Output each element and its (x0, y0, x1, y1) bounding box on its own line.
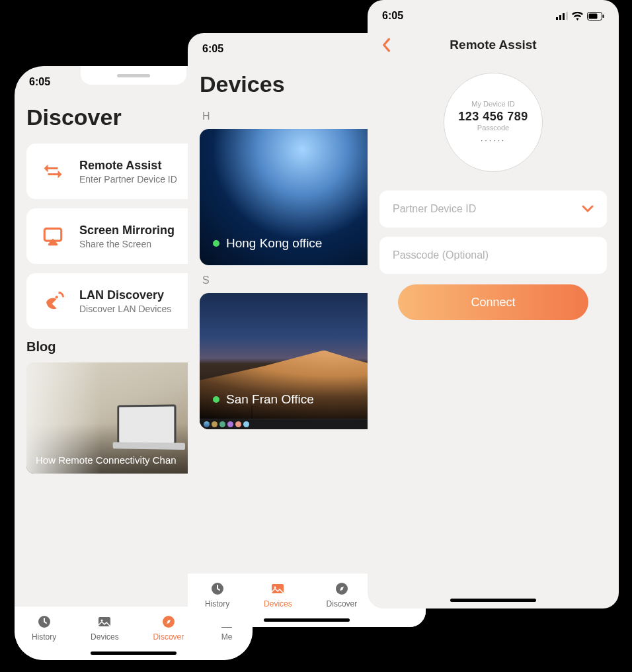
tab-label: Discover (327, 599, 358, 609)
online-status-dot (213, 240, 219, 247)
tab-label: Devices (264, 599, 292, 609)
svg-point-1 (56, 296, 58, 298)
tab-label: Me (221, 632, 233, 642)
my-id-label: My Device ID (471, 100, 514, 108)
back-chevron-icon[interactable] (381, 38, 391, 52)
nav-header: Remote Assist (368, 29, 619, 61)
card-subtitle: Discover LAN Devices (79, 304, 171, 314)
svg-rect-18 (589, 13, 598, 19)
tab-label: History (32, 632, 56, 642)
notch (81, 66, 186, 85)
online-status-dot (213, 396, 219, 403)
airplay-icon (38, 222, 67, 251)
passcode-label: Passcode (477, 124, 509, 132)
connect-button[interactable]: Connect (398, 284, 589, 320)
device-name: San Fran Office (226, 392, 314, 407)
tab-discover[interactable]: Discover (153, 613, 184, 642)
svg-rect-13 (556, 17, 558, 20)
tab-history[interactable]: History (32, 613, 56, 642)
satellite-dish-icon (38, 286, 67, 315)
passcode-placeholder: Passcode (Optional) (393, 249, 489, 261)
partner-id-placeholder: Partner Device ID (393, 203, 476, 215)
blog-laptop (117, 404, 176, 444)
tab-discover[interactable]: Discover (327, 580, 358, 609)
compass-icon (333, 580, 350, 597)
svg-rect-15 (563, 13, 565, 20)
image-icon (96, 613, 113, 630)
svg-rect-14 (559, 15, 561, 20)
passcode-input[interactable]: Passcode (Optional) (379, 237, 607, 274)
device-name: Hong Kong office (226, 236, 322, 251)
tab-devices[interactable]: Devices (264, 580, 292, 609)
clock-icon (209, 580, 226, 597)
battery-icon (587, 12, 604, 21)
partner-id-input[interactable]: Partner Device ID (379, 190, 607, 228)
phone-remote-assist: 6:05 Remote Assist My Device ID 123 456 … (368, 0, 619, 609)
passcode-dots: ······ (481, 136, 506, 145)
status-time: 6:05 (29, 76, 50, 88)
nav-title: Remote Assist (450, 38, 536, 52)
my-id-value: 123 456 789 (458, 110, 528, 124)
compass-icon (160, 613, 177, 630)
status-bar: 6:05 (368, 0, 619, 26)
card-subtitle: Enter Partner Device ID (79, 174, 177, 185)
page-title-text: Discover (26, 105, 122, 130)
page-title-text: Devices (200, 71, 285, 97)
tab-label: Devices (91, 632, 119, 642)
tab-label: Discover (153, 632, 184, 642)
svg-rect-16 (566, 12, 568, 20)
svg-rect-19 (603, 15, 604, 18)
status-time: 6:05 (382, 10, 403, 22)
card-title: Screen Mirroring (79, 224, 175, 237)
tab-label: History (205, 599, 229, 609)
home-indicator[interactable] (264, 618, 350, 622)
card-subtitle: Share the Screen (79, 239, 175, 249)
card-title: Remote Assist (79, 159, 177, 173)
connect-label: Connect (471, 296, 515, 310)
tab-devices[interactable]: Devices (91, 613, 119, 642)
tab-history[interactable]: History (205, 580, 229, 609)
clock-icon (36, 613, 53, 630)
swap-arrows-icon (38, 157, 67, 186)
chevron-down-icon[interactable] (582, 205, 594, 213)
status-time: 6:05 (202, 43, 223, 55)
home-indicator[interactable] (91, 651, 177, 655)
image-icon (269, 580, 286, 597)
home-indicator[interactable] (450, 599, 536, 602)
cellular-icon (556, 12, 568, 20)
card-title: LAN Discovery (79, 288, 171, 302)
wifi-icon (572, 12, 583, 21)
my-device-id-circle: My Device ID 123 456 789 Passcode ······ (444, 73, 543, 172)
